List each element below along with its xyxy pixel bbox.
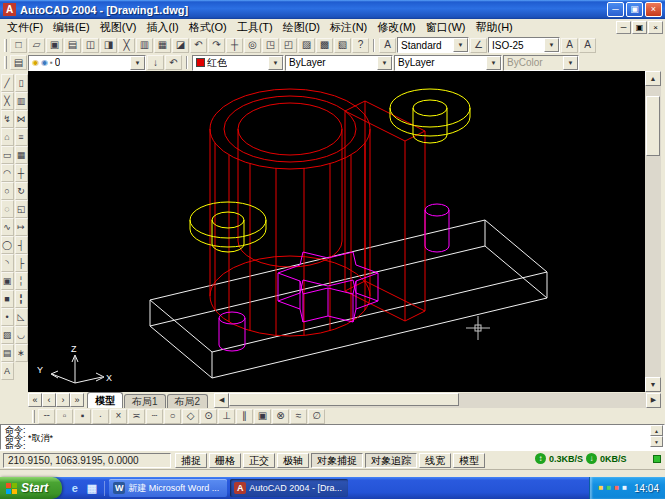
plot-icon[interactable]: ▤ [64,38,81,53]
snap-node-icon[interactable]: ⊗ [272,409,289,424]
scale-icon[interactable]: ◱ [15,200,28,218]
snap-apparent-intersection-icon[interactable]: ≍ [128,409,145,424]
prev-tab-button[interactable]: ‹ [42,393,56,407]
snap-nearest-icon[interactable]: ≈ [290,409,307,424]
rectangle-icon[interactable]: ▭ [1,146,14,164]
last-tab-button[interactable]: » [70,393,84,407]
scroll-right-icon[interactable]: ▶ [646,393,661,408]
tool-palettes-icon[interactable]: ▧ [334,38,351,53]
erase-icon[interactable]: ▯ [15,74,28,92]
lineweight-toggle[interactable]: 线宽 [419,453,451,468]
snap-quadrant-icon[interactable]: ◇ [182,409,199,424]
extend-icon[interactable]: ├ [15,254,28,272]
scroll-up-icon[interactable]: ▲ [645,71,661,86]
menu-help[interactable]: 帮助(H) [471,20,518,35]
vertical-scroll-thumb[interactable] [646,96,660,156]
menu-modify[interactable]: 修改(M) [372,20,421,35]
insert-block-icon[interactable]: ▣ [1,272,14,290]
line-icon[interactable]: ╱ [1,74,14,92]
menu-window[interactable]: 窗口(W) [421,20,471,35]
layer-previous-icon[interactable]: ↶ [165,55,182,70]
tray-icon-1[interactable]: ■ [599,484,604,492]
menu-insert[interactable]: 插入(I) [141,20,183,35]
fillet-icon[interactable]: ◡ [15,326,28,344]
tray-icon-4[interactable]: ■ [622,484,627,492]
command-window[interactable]: 命令:命令: *取消*命令: [0,424,665,450]
vertical-scroll-track[interactable] [645,86,661,377]
designcenter-icon[interactable]: ▩ [316,38,333,53]
snap-parallel-icon[interactable]: ∥ [236,409,253,424]
tab-model[interactable]: 模型 [87,392,123,408]
rotate-icon[interactable]: ↻ [15,182,28,200]
properties-icon[interactable]: ▨ [298,38,315,53]
chevron-down-icon[interactable]: ▼ [544,38,559,52]
ortho-toggle[interactable]: 正交 [243,453,275,468]
menu-edit[interactable]: 编辑(E) [48,20,95,35]
vertical-scrollbar[interactable]: ▲ ▼ [645,71,661,392]
chevron-down-icon[interactable]: ▼ [130,56,145,70]
menu-format[interactable]: 格式(O) [184,20,232,35]
explode-icon[interactable]: ∗ [15,344,28,362]
break-at-point-icon[interactable]: ╎ [15,272,28,290]
command-scrollbar[interactable]: ▲ ▼ [650,425,663,449]
snap-toggle[interactable]: 捕捉 [175,453,207,468]
open-icon[interactable]: ▱ [28,38,45,53]
chevron-down-icon[interactable]: ▼ [268,56,283,70]
zoom-realtime-icon[interactable]: ◎ [244,38,261,53]
move-icon[interactable]: ┼ [15,164,28,182]
stretch-icon[interactable]: ↦ [15,218,28,236]
zoom-window-icon[interactable]: ◳ [262,38,279,53]
window-restore-button[interactable]: ▣ [626,2,643,17]
zoom-previous-icon[interactable]: ◰ [280,38,297,53]
snap-extension-icon[interactable]: ┄ [146,409,163,424]
chevron-down-icon[interactable]: ▼ [453,38,468,52]
horizontal-scroll-track[interactable] [229,393,646,408]
copy-object-icon[interactable]: ▥ [15,92,28,110]
undo-icon[interactable]: ↶ [190,38,207,53]
polyline-icon[interactable]: ↯ [1,110,14,128]
revision-cloud-icon[interactable]: ◌ [1,200,14,218]
arc-icon[interactable]: ◠ [1,164,14,182]
offset-icon[interactable]: ≡ [15,128,28,146]
mdi-close-button[interactable]: × [648,21,663,34]
coordinate-display[interactable]: 210.9150, 1063.9195, 0.0000 [3,453,171,468]
mirror-icon[interactable]: ⋈ [15,110,28,128]
plot-preview-icon[interactable]: ◫ [82,38,99,53]
chevron-down-icon[interactable]: ▼ [377,56,392,70]
spline-icon[interactable]: ∿ [1,218,14,236]
make-object-layer-current-icon[interactable]: ↓ [147,55,164,70]
layer-properties-manager-icon[interactable]: ▤ [10,55,27,70]
text-style-combo[interactable]: Standard ▼ [397,37,469,53]
snap-tangent-icon[interactable]: ⊙ [200,409,217,424]
tab-layout2[interactable]: 布局2 [167,394,209,408]
horizontal-scrollbar[interactable]: ◀ ▶ [214,393,661,408]
snap-from-icon[interactable]: ▫ [56,409,73,424]
mdi-restore-button[interactable]: ▣ [632,21,647,34]
osnap-toggle[interactable]: 对象捕捉 [311,453,363,468]
help-icon[interactable]: ? [352,38,369,53]
color-combo[interactable]: 红色 ▼ [192,55,284,71]
horizontal-scroll-thumb[interactable] [229,393,459,406]
menu-view[interactable]: 视图(V) [95,20,142,35]
first-tab-button[interactable]: « [28,393,42,407]
circle-icon[interactable]: ○ [1,182,14,200]
multiline-text-icon[interactable]: A [1,362,14,380]
toolbar-grip[interactable] [32,410,35,423]
menu-file[interactable]: 文件(F) [2,20,48,35]
otrack-toggle[interactable]: 对象追踪 [365,453,417,468]
task-word[interactable]: W 新建 Microsoft Word ... [109,479,227,497]
make-block-icon[interactable]: ■ [1,290,14,308]
save-icon[interactable]: ▣ [46,38,63,53]
ie-quicklaunch-icon[interactable]: e [67,481,82,496]
snap-endpoint-icon[interactable]: ▪ [74,409,91,424]
task-autocad[interactable]: A AutoCAD 2004 - [Dra... [230,479,348,497]
tab-layout1[interactable]: 布局1 [124,394,166,408]
ellipse-icon[interactable]: ◯ [1,236,14,254]
snap-center-icon[interactable]: ○ [164,409,181,424]
cut-icon[interactable]: ╳ [118,38,135,53]
model-space-toggle[interactable]: 模型 [453,453,485,468]
redo-icon[interactable]: ↷ [208,38,225,53]
chevron-down-icon[interactable]: ▼ [486,56,501,70]
snap-perpendicular-icon[interactable]: ⊥ [218,409,235,424]
chamfer-icon[interactable]: ◺ [15,308,28,326]
